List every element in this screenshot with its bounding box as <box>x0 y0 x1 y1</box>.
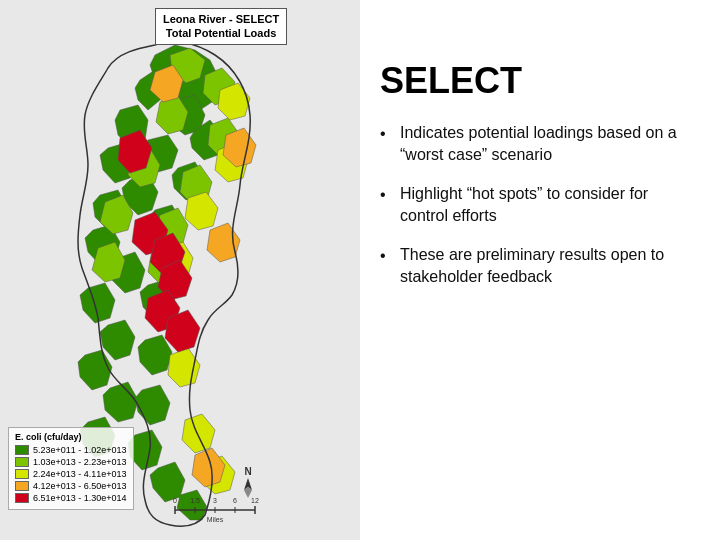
bullet-item-1: • Indicates potential loadings based on … <box>380 122 695 167</box>
legend-label-5: 6.51e+013 - 1.30e+014 <box>33 493 127 503</box>
svg-text:1.5: 1.5 <box>190 497 200 504</box>
svg-text:0: 0 <box>173 497 177 504</box>
bullet-item-2: • Highlight “hot spots” to consider for … <box>380 183 695 228</box>
content-area: SELECT • Indicates potential loadings ba… <box>360 0 720 540</box>
bullet-dot-3: • <box>380 245 392 267</box>
legend-label-2: 1.03e+013 - 2.23e+013 <box>33 457 127 467</box>
map-title-box: Leona River - SELECT Total Potential Loa… <box>155 8 287 45</box>
svg-text:N: N <box>244 466 251 477</box>
main-container: N 0 1.5 3 6 12 Miles <box>0 0 720 540</box>
map-title-line1: Leona River - SELECT <box>163 12 279 26</box>
bullet-text-3: These are preliminary results open to st… <box>400 244 695 289</box>
legend-label-3: 2.24e+013 - 4.11e+013 <box>33 469 127 479</box>
legend-color-4 <box>15 481 29 491</box>
legend-color-2 <box>15 457 29 467</box>
legend-color-5 <box>15 493 29 503</box>
bullet-dot-1: • <box>380 123 392 145</box>
legend-item-5: 6.51e+013 - 1.30e+014 <box>15 493 127 503</box>
legend-label-1: 5.23e+011 - 1.02e+013 <box>33 445 127 455</box>
svg-text:3: 3 <box>213 497 217 504</box>
bullet-list: • Indicates potential loadings based on … <box>380 122 695 304</box>
svg-text:6: 6 <box>233 497 237 504</box>
legend-title: E. coli (cfu/day) <box>15 432 127 442</box>
svg-text:Miles: Miles <box>207 516 224 523</box>
map-image: N 0 1.5 3 6 12 Miles <box>0 0 360 540</box>
legend-item-2: 1.03e+013 - 2.23e+013 <box>15 457 127 467</box>
svg-text:12: 12 <box>251 497 259 504</box>
legend-color-3 <box>15 469 29 479</box>
legend-label-4: 4.12e+013 - 6.50e+013 <box>33 481 127 491</box>
legend-item-3: 2.24e+013 - 4.11e+013 <box>15 469 127 479</box>
section-title: SELECT <box>380 60 695 102</box>
legend-item-4: 4.12e+013 - 6.50e+013 <box>15 481 127 491</box>
legend-item-1: 5.23e+011 - 1.02e+013 <box>15 445 127 455</box>
bullet-dot-2: • <box>380 184 392 206</box>
map-legend: E. coli (cfu/day) 5.23e+011 - 1.02e+013 … <box>8 427 134 510</box>
map-title-line2: Total Potential Loads <box>163 26 279 40</box>
bullet-text-2: Highlight “hot spots” to consider for co… <box>400 183 695 228</box>
bullet-text-1: Indicates potential loadings based on a … <box>400 122 695 167</box>
legend-color-1 <box>15 445 29 455</box>
bullet-item-3: • These are preliminary results open to … <box>380 244 695 289</box>
map-area: N 0 1.5 3 6 12 Miles <box>0 0 360 540</box>
